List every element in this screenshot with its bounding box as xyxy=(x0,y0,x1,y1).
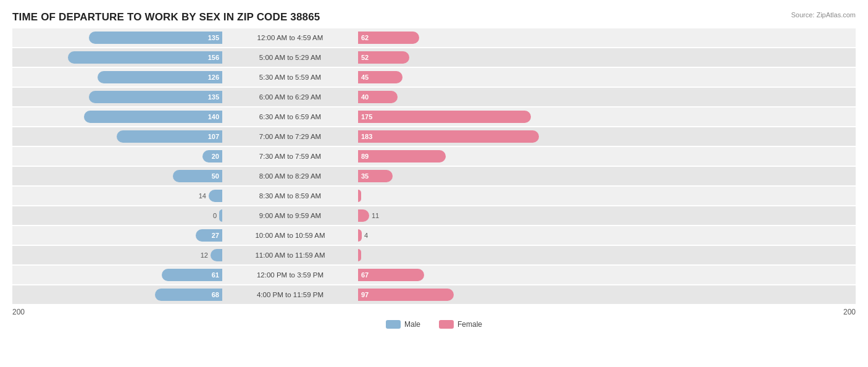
right-bar-area: 89 xyxy=(358,147,568,166)
legend-male-box xyxy=(386,320,401,329)
chart-row: 207:30 AM to 7:59 AM89 xyxy=(12,147,856,166)
time-label: 5:30 AM to 5:59 AM xyxy=(222,74,358,81)
right-bar-area xyxy=(358,246,568,264)
bar-female xyxy=(358,190,361,202)
bar-male-label: 107 xyxy=(208,133,219,140)
bar-male: 68 xyxy=(155,289,222,301)
bar-male-label: 156 xyxy=(208,54,219,61)
bar-male-label: 135 xyxy=(208,93,219,101)
left-bar-area: 107 xyxy=(12,127,222,146)
left-bar-area: 135 xyxy=(12,28,222,47)
bar-female: 67 xyxy=(358,269,424,281)
bar-male: 156 xyxy=(68,51,222,64)
legend-female: Female xyxy=(439,320,482,329)
legend: Male Female xyxy=(12,320,856,329)
bar-male: 61 xyxy=(162,269,222,281)
legend-male: Male xyxy=(386,320,420,329)
right-bar-area: 97 xyxy=(358,285,568,304)
chart-row: 09:00 AM to 9:59 AM11 xyxy=(12,206,856,225)
chart-container: TIME OF DEPARTURE TO WORK BY SEX IN ZIP … xyxy=(0,0,868,367)
axis-labels: 200 200 xyxy=(12,308,856,316)
bar-female xyxy=(358,229,362,242)
bar-female-label: 175 xyxy=(361,113,372,120)
left-bar-area: 140 xyxy=(12,108,222,126)
bar-female-label: 183 xyxy=(361,133,372,140)
bar-male: 140 xyxy=(84,111,222,123)
left-bar-area: 68 xyxy=(12,285,222,304)
bar-male: 27 xyxy=(196,229,222,242)
left-bar-area: 14 xyxy=(12,187,222,205)
bar-female-label-outside: 11 xyxy=(372,212,379,219)
bar-female-label: 97 xyxy=(361,291,369,298)
bar-male: 50 xyxy=(173,170,222,182)
bar-female: 52 xyxy=(358,51,409,64)
time-label: 5:00 AM to 5:29 AM xyxy=(222,54,358,61)
bar-female-label: 89 xyxy=(361,153,369,160)
bar-male: 107 xyxy=(117,130,222,143)
bar-female xyxy=(358,249,361,261)
time-label: 7:00 AM to 7:29 AM xyxy=(222,133,358,140)
left-bar-area: 50 xyxy=(12,167,222,185)
bar-male-label: 68 xyxy=(212,291,219,298)
time-label: 12:00 PM to 3:59 PM xyxy=(222,271,358,279)
legend-female-box xyxy=(439,320,454,329)
left-bar-area: 20 xyxy=(12,147,222,166)
right-bar-area: 175 xyxy=(358,108,568,126)
time-label: 4:00 PM to 11:59 PM xyxy=(222,291,358,298)
bar-male-label: 126 xyxy=(208,74,219,81)
right-bar-area: 35 xyxy=(358,167,568,185)
bar-female-label: 45 xyxy=(361,74,369,81)
bar-male-label-outside: 0 xyxy=(213,212,217,219)
time-label: 10:00 AM to 10:59 AM xyxy=(222,232,358,239)
chart-title: TIME OF DEPARTURE TO WORK BY SEX IN ZIP … xyxy=(12,11,856,23)
chart-row: 1077:00 AM to 7:29 AM183 xyxy=(12,127,856,146)
source-text: Source: ZipAtlas.com xyxy=(791,11,856,19)
left-bar-area: 0 xyxy=(12,206,222,225)
right-bar-area: 45 xyxy=(358,68,568,86)
chart-row: 1356:00 AM to 6:29 AM40 xyxy=(12,88,856,106)
bar-male-label-outside: 12 xyxy=(201,251,208,259)
bar-female: 97 xyxy=(358,289,454,301)
time-label: 11:00 AM to 11:59 AM xyxy=(222,251,358,259)
left-bar-area: 12 xyxy=(12,246,222,264)
bar-female: 40 xyxy=(358,91,398,103)
bar-female-label: 62 xyxy=(361,34,369,41)
chart-row: 1565:00 AM to 5:29 AM52 xyxy=(12,48,856,67)
time-label: 6:00 AM to 6:29 AM xyxy=(222,93,358,101)
left-bar-area: 126 xyxy=(12,68,222,86)
bar-male: 20 xyxy=(202,150,222,162)
bar-male-label: 135 xyxy=(208,34,219,41)
bar-female-label: 52 xyxy=(361,54,369,61)
right-bar-area: 52 xyxy=(358,48,568,67)
chart-row: 6112:00 PM to 3:59 PM67 xyxy=(12,266,856,284)
right-bar-area: 11 xyxy=(358,206,568,225)
bar-female: 183 xyxy=(358,130,539,143)
chart-row: 684:00 PM to 11:59 PM97 xyxy=(12,285,856,304)
bar-male xyxy=(219,209,222,222)
bar-male xyxy=(211,249,222,261)
time-label: 7:30 AM to 7:59 AM xyxy=(222,153,358,160)
right-bar-area xyxy=(358,187,568,205)
bar-female-label: 35 xyxy=(361,172,369,180)
chart-row: 148:30 AM to 8:59 AM xyxy=(12,187,856,205)
bar-female xyxy=(358,209,369,222)
left-bar-area: 135 xyxy=(12,88,222,106)
chart-row: 508:00 AM to 8:29 AM35 xyxy=(12,167,856,185)
right-bar-area: 67 xyxy=(358,266,568,284)
left-bar-area: 156 xyxy=(12,48,222,67)
chart-row: 13512:00 AM to 4:59 AM62 xyxy=(12,28,856,47)
bar-male: 135 xyxy=(89,32,222,44)
chart-area: 13512:00 AM to 4:59 AM621565:00 AM to 5:… xyxy=(12,28,856,304)
bar-female-label: 40 xyxy=(361,93,369,101)
time-label: 8:00 AM to 8:29 AM xyxy=(222,172,358,180)
chart-row: 1406:30 AM to 6:59 AM175 xyxy=(12,108,856,126)
bar-male: 126 xyxy=(98,71,222,83)
bar-male-label: 20 xyxy=(212,153,219,160)
right-bar-area: 183 xyxy=(358,127,568,146)
bar-male-label: 50 xyxy=(212,172,219,180)
left-bar-area: 61 xyxy=(12,266,222,284)
chart-row: 1265:30 AM to 5:59 AM45 xyxy=(12,68,856,86)
right-bar-area: 4 xyxy=(358,226,568,245)
bar-female: 45 xyxy=(358,71,403,83)
chart-row: 1211:00 AM to 11:59 AM xyxy=(12,246,856,264)
